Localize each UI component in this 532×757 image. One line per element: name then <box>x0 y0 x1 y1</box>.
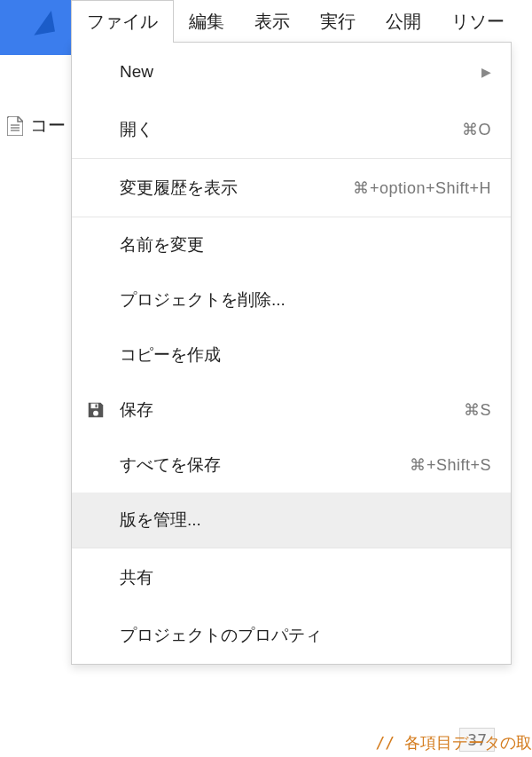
menuitem-label: プロジェクトを削除... <box>120 288 491 311</box>
menuitem-share[interactable]: 共有 <box>72 548 511 606</box>
sidebar-file-label: コー <box>30 114 66 138</box>
menuitem-shortcut: ⌘+Shift+S <box>410 455 491 475</box>
menu-resources[interactable]: リソー <box>436 1 520 43</box>
menuitem-label: 共有 <box>120 566 491 589</box>
logo-fold <box>27 0 55 35</box>
menuitem-label: 版を管理... <box>120 509 491 532</box>
menuitem-delete-project[interactable]: プロジェクトを削除... <box>72 272 511 327</box>
save-icon <box>84 398 107 422</box>
menuitem-save[interactable]: 保存 ⌘S <box>72 382 511 438</box>
menuitem-label: すべてを保存 <box>120 453 410 477</box>
file-icon <box>7 116 23 136</box>
menuitem-label: New <box>120 62 481 82</box>
menuitem-open[interactable]: 開く ⌘O <box>72 100 511 158</box>
svg-point-5 <box>93 411 98 416</box>
code-comment-fragment: // 各項目データの取 <box>375 732 532 753</box>
menuitem-shortcut: ⌘S <box>464 400 491 420</box>
menu-publish[interactable]: 公開 <box>371 1 436 43</box>
file-dropdown: New ▶ 開く ⌘O 変更履歴を表示 ⌘+option+Shift+H 名前を… <box>71 42 512 665</box>
menubar: ファイル 編集 表示 実行 公開 リソー <box>71 0 532 43</box>
menuitem-project-properties[interactable]: プロジェクトのプロパティ <box>72 606 511 664</box>
svg-rect-4 <box>96 405 98 408</box>
svg-rect-3 <box>91 404 98 409</box>
menuitem-label: 名前を変更 <box>120 233 491 256</box>
menuitem-label: 保存 <box>120 398 464 422</box>
menuitem-shortcut: ⌘+option+Shift+H <box>353 178 491 198</box>
menuitem-revision-history[interactable]: 変更履歴を表示 ⌘+option+Shift+H <box>72 159 511 217</box>
menuitem-label: コピーを作成 <box>120 343 491 367</box>
menu-edit[interactable]: 編集 <box>174 1 239 43</box>
submenu-arrow-icon: ▶ <box>481 65 491 79</box>
menuitem-label: 開く <box>120 118 462 141</box>
menuitem-label: 変更履歴を表示 <box>120 177 353 200</box>
menu-view[interactable]: 表示 <box>239 1 305 43</box>
menuitem-rename[interactable]: 名前を変更 <box>72 217 511 272</box>
sidebar-file-entry[interactable]: コー <box>0 114 71 138</box>
menuitem-manage-versions[interactable]: 版を管理... <box>72 493 511 548</box>
menuitem-save-all[interactable]: すべてを保存 ⌘+Shift+S <box>72 438 511 493</box>
menuitem-label: プロジェクトのプロパティ <box>120 624 491 647</box>
menu-run[interactable]: 実行 <box>305 1 371 43</box>
menu-file[interactable]: ファイル <box>71 0 174 43</box>
menuitem-make-copy[interactable]: コピーを作成 <box>72 327 511 382</box>
menuitem-new[interactable]: New ▶ <box>72 43 511 100</box>
app-logo <box>0 0 71 55</box>
menuitem-shortcut: ⌘O <box>462 120 491 139</box>
